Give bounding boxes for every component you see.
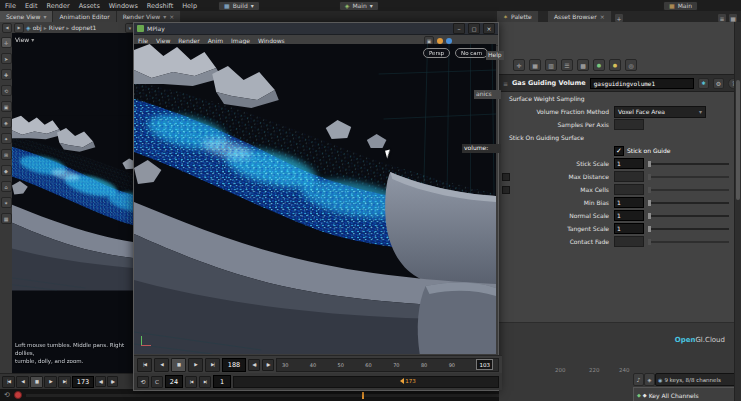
menu-edit[interactable]: Edit bbox=[25, 2, 38, 10]
tab-render-view[interactable]: Render View ▾ × bbox=[117, 11, 182, 22]
menu-render[interactable]: Render bbox=[46, 2, 69, 10]
step-back-button[interactable]: ◀ bbox=[16, 376, 29, 388]
range-start-field[interactable]: 1 bbox=[213, 375, 231, 388]
menu-help[interactable]: Help bbox=[182, 2, 197, 10]
forward-icon[interactable]: ▶ bbox=[14, 23, 24, 33]
cache-mode-button[interactable]: C bbox=[151, 376, 163, 388]
prev-key-button[interactable]: ◀▮ bbox=[95, 376, 106, 387]
play-button[interactable]: ▶ bbox=[44, 376, 57, 388]
breadcrumb-root[interactable]: obj bbox=[33, 24, 42, 31]
tangent-scale-slider[interactable] bbox=[648, 228, 729, 230]
step-back-button[interactable]: ◀ bbox=[154, 358, 169, 372]
min-bias-field[interactable]: 1 bbox=[614, 197, 644, 208]
drag-handle-icon[interactable]: ≡ bbox=[503, 80, 508, 87]
audio-icon[interactable]: ♪ bbox=[633, 373, 644, 386]
handle-tool[interactable]: ✦ bbox=[1, 133, 12, 144]
panel-scrollbar[interactable] bbox=[734, 22, 741, 401]
network-area[interactable]: OpenGl.Cloud 200 220 240 ♪ ◈ ◉ 9 keys, 8… bbox=[499, 322, 735, 401]
jump-first-button[interactable]: |◀ bbox=[2, 376, 15, 388]
range-start-button[interactable]: |◀ bbox=[185, 376, 197, 388]
max-cells-enable-checkbox[interactable] bbox=[502, 186, 510, 194]
close-icon[interactable]: × bbox=[169, 13, 174, 20]
chevron-down-icon[interactable]: ▾ bbox=[31, 36, 34, 43]
main-take-selector[interactable]: ◈ Main ▾ bbox=[339, 1, 379, 11]
volume-fraction-dropdown[interactable]: Voxel Face Area ▾ bbox=[614, 106, 706, 118]
network-icon[interactable]: ▩ bbox=[577, 59, 589, 71]
keys-info-box[interactable]: ◉ 9 keys, 8/8 channels bbox=[655, 373, 741, 386]
menu-file[interactable]: File bbox=[5, 2, 16, 10]
normal-scale-field[interactable]: 1 bbox=[614, 210, 644, 221]
close-button[interactable]: × bbox=[483, 23, 495, 34]
frame-ruler[interactable]: 30 40 50 60 70 80 90 103 bbox=[276, 358, 499, 372]
partial-help-menu[interactable]: Help bbox=[486, 51, 504, 60]
pause-button[interactable]: ▮▮ bbox=[171, 358, 186, 372]
jump-first-button[interactable]: |◀ bbox=[137, 358, 152, 372]
max-distance-enable-checkbox[interactable] bbox=[502, 173, 510, 181]
camera-tool[interactable]: ⌂ bbox=[1, 181, 12, 192]
node-name-field[interactable]: gasguidingvolume1 bbox=[590, 78, 694, 89]
menu-assets[interactable]: Assets bbox=[79, 2, 100, 10]
param-section[interactable]: Surface Weight Sampling bbox=[499, 92, 735, 105]
tab-animation-editor[interactable]: Animation Editor bbox=[53, 11, 116, 22]
gear-icon[interactable]: ⚙ bbox=[713, 78, 724, 89]
no-cam-badge[interactable]: No cam bbox=[455, 48, 488, 58]
stick-on-guide-checkbox[interactable]: ✓ bbox=[614, 146, 624, 156]
mplay-viewport[interactable]: Persp No cam bbox=[134, 44, 496, 354]
jump-last-button[interactable]: ▶| bbox=[58, 376, 71, 388]
next-key-button[interactable]: ▮▶ bbox=[262, 359, 274, 371]
tangent-scale-field[interactable]: 1 bbox=[614, 223, 644, 234]
stick-scale-field[interactable]: 1 bbox=[614, 158, 644, 169]
layout-split-icon[interactable]: ▥ bbox=[545, 59, 557, 71]
select-tool[interactable]: ➤ bbox=[1, 53, 12, 64]
menu-redshift[interactable]: Redshift bbox=[147, 2, 173, 10]
menu-windows[interactable]: Windows bbox=[109, 2, 138, 10]
sticky-icon[interactable]: ✱ bbox=[698, 78, 709, 89]
list-icon[interactable]: ☰ bbox=[561, 59, 573, 71]
tab-asset-browser[interactable]: Asset Browser × bbox=[548, 11, 612, 22]
mplay-frame-field[interactable]: 188 bbox=[222, 358, 246, 372]
layout-grid-icon[interactable]: ▦ bbox=[529, 59, 541, 71]
tab-scene-view[interactable]: Scene View ▾ bbox=[0, 11, 53, 22]
pose-tool[interactable]: ◈ bbox=[1, 117, 12, 128]
key-tool[interactable]: ◆ bbox=[1, 165, 12, 176]
mplay-menu-view[interactable]: View bbox=[156, 37, 170, 44]
jump-last-button[interactable]: ▶| bbox=[205, 358, 220, 372]
frame-slider-handle[interactable]: 173 bbox=[400, 378, 416, 384]
key-all-channels-button[interactable]: ◆ ◆ Key All Channels bbox=[633, 387, 741, 401]
light-tool[interactable]: ✶ bbox=[1, 197, 12, 208]
loop-icon[interactable]: ⟲ bbox=[137, 376, 149, 388]
stick-scale-slider[interactable] bbox=[648, 163, 729, 165]
chevron-down-icon[interactable]: ▾ bbox=[43, 13, 46, 20]
tools-icon[interactable]: ✛ bbox=[513, 59, 525, 71]
play-button[interactable]: ▶ bbox=[188, 358, 203, 372]
rotate-tool[interactable]: ⟲ bbox=[1, 85, 12, 96]
chevron-down-icon[interactable]: ▾ bbox=[163, 13, 166, 20]
search-icon[interactable]: ◎ bbox=[625, 59, 637, 71]
mplay-menu-anim[interactable]: Anim bbox=[208, 37, 223, 44]
close-icon[interactable]: × bbox=[600, 13, 605, 20]
loop-icon[interactable]: ⟲ bbox=[4, 391, 10, 399]
mplay-titlebar[interactable]: MPlay – □ × bbox=[134, 23, 498, 35]
view-tool[interactable]: ✛ bbox=[1, 37, 12, 48]
fps-field[interactable]: 24 bbox=[165, 375, 183, 388]
scrollbar-thumb[interactable] bbox=[736, 80, 740, 200]
prev-key-button[interactable]: ◀▮ bbox=[248, 359, 260, 371]
tab-palette[interactable]: ✶ Palette bbox=[497, 11, 539, 22]
param-section[interactable]: Stick On Guiding Surface bbox=[499, 131, 735, 144]
mplay-menu-render[interactable]: Render bbox=[178, 37, 199, 44]
minimize-button[interactable]: – bbox=[453, 23, 465, 34]
desktop-build-selector[interactable]: ▦ Build ▾ bbox=[218, 1, 260, 11]
next-key-button[interactable]: ▮▶ bbox=[107, 376, 118, 387]
breadcrumb-network[interactable]: River bbox=[49, 24, 65, 31]
status-yellow-icon[interactable]: ● bbox=[609, 59, 621, 71]
range-end-button[interactable]: ▶| bbox=[199, 376, 211, 388]
pause-button[interactable]: ▮▮ bbox=[30, 376, 43, 388]
right-main-selector[interactable]: ▦ Main bbox=[663, 1, 698, 11]
current-frame-field[interactable]: 173 bbox=[72, 376, 94, 388]
autokey-record-icon[interactable] bbox=[14, 391, 22, 399]
persp-camera-badge[interactable]: Persp bbox=[423, 48, 450, 58]
mplay-menu-file[interactable]: File bbox=[138, 37, 148, 44]
snap-tool[interactable]: ⊞ bbox=[1, 149, 12, 160]
mplay-menu-windows[interactable]: Windows bbox=[258, 37, 285, 44]
min-bias-slider[interactable] bbox=[648, 202, 729, 204]
